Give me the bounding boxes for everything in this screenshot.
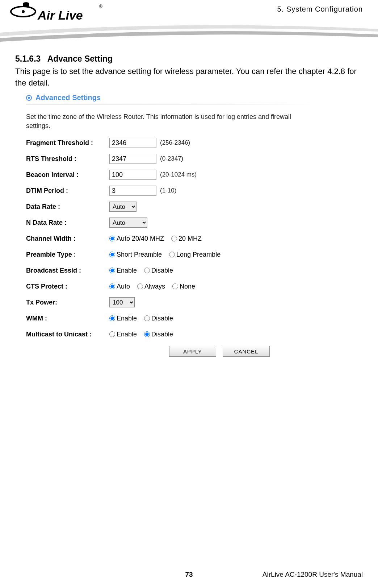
row-multicast: Multicast to Unicast : Enable Disable [26, 326, 316, 342]
multicast-enable-radio[interactable] [109, 331, 115, 337]
preamble-short-option[interactable]: Short Preamble [109, 251, 162, 258]
footer-manual-title: AirLive AC-1200R User's Manual [262, 571, 363, 579]
dtim-period-hint: (1-10) [160, 187, 176, 194]
fragment-threshold-input[interactable] [109, 138, 156, 148]
rts-threshold-input[interactable] [109, 154, 156, 164]
channel-width-20-option[interactable]: 20 MHZ [171, 235, 202, 243]
beacon-interval-input[interactable] [109, 170, 156, 180]
label-broadcast-essid: Broadcast Essid : [26, 267, 109, 274]
svg-point-1 [22, 10, 25, 13]
multicast-disable-radio[interactable] [144, 331, 150, 337]
channel-width-auto-radio[interactable] [109, 236, 115, 241]
panel-title: Advanced Settings [26, 94, 316, 102]
row-beacon-interval: Beacon Interval : (20-1024 ms) [26, 167, 316, 183]
essid-disable-option[interactable]: Disable [144, 267, 173, 274]
essid-disable-label: Disable [151, 267, 173, 274]
fragment-threshold-hint: (256-2346) [160, 139, 190, 146]
header-chapter: 5. System Configuration [277, 5, 363, 13]
label-beacon-interval: Beacon Interval : [26, 171, 109, 179]
panel-title-text: Advanced Settings [35, 94, 101, 102]
label-channel-width: Channel Width : [26, 235, 109, 243]
bullet-icon [26, 95, 32, 101]
label-multicast: Multicast to Unicast : [26, 331, 109, 338]
label-dtim-period: DTIM Period : [26, 187, 109, 195]
svg-text:Air Live: Air Live [37, 8, 83, 22]
cts-none-radio[interactable] [172, 283, 178, 289]
wmm-disable-option[interactable]: Disable [144, 315, 173, 322]
preamble-long-radio[interactable] [169, 252, 175, 257]
cts-always-label: Always [144, 283, 165, 290]
cts-always-option[interactable]: Always [137, 283, 165, 290]
row-fragment-threshold: Fragment Threshold : (256-2346) [26, 135, 316, 151]
multicast-enable-label: Enable [117, 331, 137, 338]
essid-enable-radio[interactable] [109, 268, 115, 273]
channel-width-auto-label: Auto 20/40 MHZ [117, 235, 164, 243]
essid-enable-option[interactable]: Enable [109, 267, 137, 274]
cts-auto-radio[interactable] [109, 283, 115, 289]
section-heading: 5.1.6.3 Advance Setting [15, 54, 113, 64]
row-n-data-rate: N Data Rate : Auto [26, 215, 316, 231]
label-wmm: WMM : [26, 315, 109, 322]
preamble-short-label: Short Preamble [117, 251, 162, 258]
label-tx-power: Tx Power: [26, 299, 109, 306]
multicast-disable-label: Disable [151, 331, 173, 338]
channel-width-20-radio[interactable] [171, 236, 177, 241]
panel-description: Set the time zone of the Wireless Router… [26, 112, 308, 131]
label-preamble-type: Preamble Type : [26, 251, 109, 258]
row-preamble-type: Preamble Type : Short Preamble Long Prea… [26, 247, 316, 262]
airlive-logo-icon: Air Live ® [9, 1, 104, 26]
essid-enable-label: Enable [117, 267, 137, 274]
row-broadcast-essid: Broadcast Essid : Enable Disable [26, 262, 316, 278]
wmm-enable-radio[interactable] [109, 315, 115, 321]
button-row: APPLY CANCEL [169, 346, 316, 357]
cts-auto-label: Auto [117, 283, 130, 290]
label-cts-protect: CTS Protect : [26, 283, 109, 290]
cts-always-radio[interactable] [137, 283, 143, 289]
row-wmm: WMM : Enable Disable [26, 310, 316, 326]
data-rate-select[interactable]: Auto [109, 202, 136, 212]
cts-none-option[interactable]: None [172, 283, 195, 290]
rts-threshold-hint: (0-2347) [160, 155, 183, 162]
preamble-short-radio[interactable] [109, 252, 115, 257]
label-rts-threshold: RTS Threshold : [26, 155, 109, 163]
preamble-long-label: Long Preamble [176, 251, 220, 258]
channel-width-20-label: 20 MHZ [178, 235, 202, 243]
row-rts-threshold: RTS Threshold : (0-2347) [26, 151, 316, 167]
cts-auto-option[interactable]: Auto [109, 283, 130, 290]
row-cts-protect: CTS Protect : Auto Always None [26, 278, 316, 294]
wmm-disable-label: Disable [151, 315, 173, 322]
channel-width-auto-option[interactable]: Auto 20/40 MHZ [109, 235, 164, 243]
brand-logo: Air Live ® [9, 1, 104, 26]
multicast-disable-option[interactable]: Disable [144, 331, 173, 338]
wmm-disable-radio[interactable] [144, 315, 150, 321]
wmm-enable-label: Enable [117, 315, 137, 322]
multicast-enable-option[interactable]: Enable [109, 331, 137, 338]
row-tx-power: Tx Power: 100 [26, 294, 316, 310]
label-fragment-threshold: Fragment Threshold : [26, 139, 109, 147]
row-dtim-period: DTIM Period : (1-10) [26, 183, 316, 199]
footer-page-number: 73 [185, 571, 193, 579]
cancel-button[interactable]: CANCEL [223, 346, 270, 357]
dtim-period-input[interactable] [109, 186, 156, 196]
preamble-long-option[interactable]: Long Preamble [169, 251, 220, 258]
section-body: This page is to set the advance setting … [15, 66, 363, 89]
row-data-rate: Data Rate : Auto [26, 199, 316, 215]
tx-power-select[interactable]: 100 [109, 297, 135, 307]
wmm-enable-option[interactable]: Enable [109, 315, 137, 322]
beacon-interval-hint: (20-1024 ms) [160, 171, 197, 178]
advanced-settings-panel: Advanced Settings Set the time zone of t… [26, 94, 316, 357]
section-number: 5.1.6.3 [15, 54, 41, 63]
svg-text:®: ® [99, 4, 102, 9]
label-data-rate: Data Rate : [26, 203, 109, 211]
panel-rule [26, 104, 316, 104]
apply-button[interactable]: APPLY [169, 346, 216, 357]
cts-none-label: None [180, 283, 195, 290]
label-n-data-rate: N Data Rate : [26, 219, 109, 227]
essid-disable-radio[interactable] [144, 268, 150, 273]
row-channel-width: Channel Width : Auto 20/40 MHZ 20 MHZ [26, 231, 316, 247]
n-data-rate-select[interactable]: Auto [109, 218, 147, 228]
section-title: Advance Setting [47, 54, 113, 63]
